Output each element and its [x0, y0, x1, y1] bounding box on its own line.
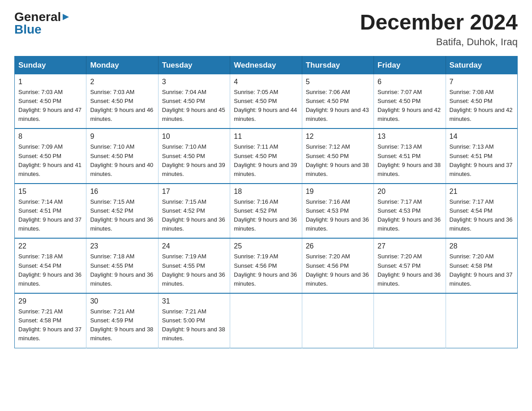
sunset-label: Sunset: 4:55 PM — [90, 262, 133, 269]
sunset-label: Sunset: 4:52 PM — [90, 207, 133, 214]
sunset-label: Sunset: 4:58 PM — [18, 317, 61, 324]
weekday-header-friday: Friday — [374, 56, 446, 74]
daylight-label: Daylight: 9 hours and 39 minutes. — [162, 162, 225, 177]
daylight-label: Daylight: 9 hours and 38 minutes. — [306, 162, 369, 177]
day-info: Sunrise: 7:07 AMSunset: 4:50 PMDaylight:… — [378, 88, 442, 124]
sunset-label: Sunset: 4:50 PM — [450, 98, 493, 104]
day-number: 4 — [234, 78, 298, 86]
calendar-day-cell — [374, 293, 446, 348]
calendar-day-cell: 16Sunrise: 7:15 AMSunset: 4:52 PMDayligh… — [86, 184, 158, 239]
day-info: Sunrise: 7:15 AMSunset: 4:52 PMDaylight:… — [162, 197, 226, 234]
sunset-label: Sunset: 4:51 PM — [378, 153, 420, 159]
sunset-label: Sunset: 4:57 PM — [378, 262, 420, 269]
sunrise-label: Sunrise: 7:05 AM — [234, 89, 278, 95]
day-info: Sunrise: 7:21 AMSunset: 4:59 PMDaylight:… — [90, 307, 154, 343]
sunset-label: Sunset: 4:59 PM — [90, 317, 133, 324]
sunrise-label: Sunrise: 7:20 AM — [306, 253, 350, 260]
svg-marker-0 — [63, 14, 69, 20]
daylight-label: Daylight: 9 hours and 36 minutes. — [378, 271, 441, 287]
daylight-label: Daylight: 9 hours and 37 minutes. — [18, 326, 82, 342]
sunset-label: Sunset: 4:50 PM — [90, 98, 133, 104]
day-info: Sunrise: 7:10 AMSunset: 4:50 PMDaylight:… — [90, 142, 154, 179]
sunrise-label: Sunrise: 7:15 AM — [90, 198, 134, 205]
sunrise-label: Sunrise: 7:10 AM — [90, 143, 134, 150]
daylight-label: Daylight: 9 hours and 38 minutes. — [162, 326, 225, 342]
day-info: Sunrise: 7:19 AMSunset: 4:55 PMDaylight:… — [162, 252, 226, 288]
daylight-label: Daylight: 9 hours and 45 minutes. — [162, 107, 225, 122]
weekday-header-wednesday: Wednesday — [230, 56, 302, 74]
day-info: Sunrise: 7:18 AMSunset: 4:55 PMDaylight:… — [90, 252, 154, 288]
sunrise-label: Sunrise: 7:21 AM — [18, 308, 63, 315]
sunrise-label: Sunrise: 7:13 AM — [378, 143, 422, 150]
daylight-label: Daylight: 9 hours and 36 minutes. — [234, 216, 297, 232]
sunrise-label: Sunrise: 7:04 AM — [162, 89, 206, 95]
day-number: 7 — [450, 78, 514, 86]
sunset-label: Sunset: 4:50 PM — [306, 98, 349, 104]
sunrise-label: Sunrise: 7:06 AM — [306, 89, 350, 95]
sunrise-label: Sunrise: 7:19 AM — [234, 253, 278, 260]
day-number: 8 — [18, 133, 82, 141]
sunset-label: Sunset: 4:53 PM — [378, 207, 420, 214]
calendar-day-cell: 12Sunrise: 7:12 AMSunset: 4:50 PMDayligh… — [302, 128, 373, 184]
calendar-week-row: 8Sunrise: 7:09 AMSunset: 4:50 PMDaylight… — [15, 128, 518, 184]
day-number: 29 — [18, 297, 82, 305]
daylight-label: Daylight: 9 hours and 36 minutes. — [306, 271, 369, 287]
daylight-label: Daylight: 9 hours and 36 minutes. — [378, 216, 441, 232]
day-info: Sunrise: 7:20 AMSunset: 4:57 PMDaylight:… — [378, 252, 442, 288]
calendar-day-cell: 21Sunrise: 7:17 AMSunset: 4:54 PMDayligh… — [446, 184, 517, 239]
day-number: 5 — [306, 78, 370, 86]
daylight-label: Daylight: 9 hours and 46 minutes. — [90, 107, 153, 122]
calendar-day-cell: 18Sunrise: 7:16 AMSunset: 4:52 PMDayligh… — [230, 184, 302, 239]
daylight-label: Daylight: 9 hours and 41 minutes. — [18, 162, 82, 177]
daylight-label: Daylight: 9 hours and 36 minutes. — [450, 216, 513, 232]
sunset-label: Sunset: 4:50 PM — [90, 153, 133, 159]
calendar-day-cell: 2Sunrise: 7:03 AMSunset: 4:50 PMDaylight… — [86, 74, 158, 129]
sunset-label: Sunset: 4:52 PM — [162, 207, 205, 214]
day-number: 1 — [18, 78, 82, 86]
day-info: Sunrise: 7:20 AMSunset: 4:58 PMDaylight:… — [450, 252, 514, 288]
day-number: 27 — [378, 242, 442, 250]
calendar-day-cell: 30Sunrise: 7:21 AMSunset: 4:59 PMDayligh… — [86, 293, 158, 348]
weekday-header-monday: Monday — [86, 56, 158, 74]
day-number: 19 — [306, 188, 370, 196]
title-block: December 2024 Batifa, Duhok, Iraq — [360, 11, 518, 48]
sunrise-label: Sunrise: 7:03 AM — [90, 89, 134, 95]
sunset-label: Sunset: 4:53 PM — [306, 207, 349, 214]
day-info: Sunrise: 7:13 AMSunset: 4:51 PMDaylight:… — [378, 142, 442, 179]
sunrise-label: Sunrise: 7:11 AM — [234, 143, 278, 150]
day-info: Sunrise: 7:21 AMSunset: 5:00 PMDaylight:… — [162, 307, 226, 343]
daylight-label: Daylight: 9 hours and 37 minutes. — [450, 162, 513, 177]
calendar-subtitle: Batifa, Duhok, Iraq — [360, 36, 518, 48]
sunrise-label: Sunrise: 7:12 AM — [306, 143, 350, 150]
daylight-label: Daylight: 9 hours and 37 minutes. — [18, 216, 82, 232]
sunset-label: Sunset: 4:50 PM — [378, 98, 420, 104]
calendar-week-row: 15Sunrise: 7:14 AMSunset: 4:51 PMDayligh… — [15, 184, 518, 239]
day-info: Sunrise: 7:06 AMSunset: 4:50 PMDaylight:… — [306, 88, 370, 124]
sunset-label: Sunset: 4:50 PM — [162, 153, 205, 159]
sunrise-label: Sunrise: 7:20 AM — [378, 253, 422, 260]
day-number: 21 — [450, 188, 514, 196]
day-number: 11 — [234, 133, 298, 141]
day-info: Sunrise: 7:11 AMSunset: 4:50 PMDaylight:… — [234, 142, 298, 179]
day-number: 16 — [90, 188, 154, 196]
calendar-day-cell: 25Sunrise: 7:19 AMSunset: 4:56 PMDayligh… — [230, 238, 302, 293]
calendar-week-row: 22Sunrise: 7:18 AMSunset: 4:54 PMDayligh… — [15, 238, 518, 293]
day-number: 9 — [90, 133, 154, 141]
daylight-label: Daylight: 9 hours and 44 minutes. — [234, 107, 297, 122]
day-info: Sunrise: 7:17 AMSunset: 4:54 PMDaylight:… — [450, 197, 514, 234]
day-info: Sunrise: 7:14 AMSunset: 4:51 PMDaylight:… — [18, 197, 82, 234]
day-info: Sunrise: 7:18 AMSunset: 4:54 PMDaylight:… — [18, 252, 82, 288]
daylight-label: Daylight: 9 hours and 47 minutes. — [18, 107, 82, 122]
daylight-label: Daylight: 9 hours and 36 minutes. — [234, 271, 297, 287]
day-number: 31 — [162, 297, 226, 305]
sunrise-label: Sunrise: 7:03 AM — [18, 89, 63, 95]
calendar-day-cell: 29Sunrise: 7:21 AMSunset: 4:58 PMDayligh… — [15, 293, 86, 348]
sunset-label: Sunset: 4:54 PM — [18, 262, 61, 269]
daylight-label: Daylight: 9 hours and 39 minutes. — [234, 162, 297, 177]
sunrise-label: Sunrise: 7:07 AM — [378, 89, 422, 95]
daylight-label: Daylight: 9 hours and 36 minutes. — [306, 216, 369, 232]
sunset-label: Sunset: 4:55 PM — [162, 262, 205, 269]
daylight-label: Daylight: 9 hours and 43 minutes. — [306, 107, 369, 122]
calendar-day-cell: 19Sunrise: 7:16 AMSunset: 4:53 PMDayligh… — [302, 184, 373, 239]
sunrise-label: Sunrise: 7:20 AM — [450, 253, 494, 260]
